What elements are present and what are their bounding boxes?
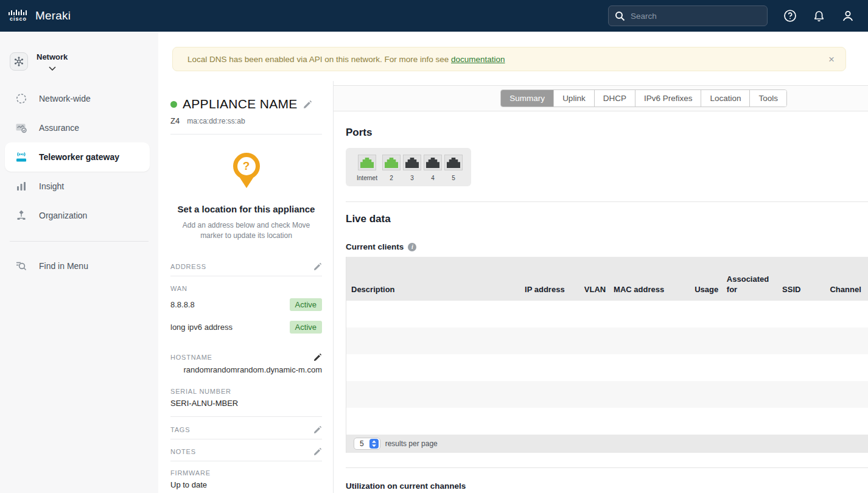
appliance-model: Z4 (170, 116, 180, 125)
find-in-menu-icon (15, 260, 28, 272)
sidebar-item-insight[interactable]: Insight (0, 172, 158, 201)
column-header[interactable]: MAC address (609, 257, 690, 301)
current-clients-label: Current clients (346, 242, 404, 251)
sidebar-item-organization[interactable]: Organization (0, 201, 158, 230)
help-icon[interactable] (783, 9, 797, 23)
edit-notes-pencil-icon[interactable] (313, 447, 322, 456)
wan-ip: 8.8.8.8 (170, 300, 195, 309)
cisco-logo-icon: cisco (9, 10, 28, 22)
table-row (346, 354, 868, 381)
sidebar-item-teleworker-gateway[interactable]: Teleworker gateway (5, 142, 150, 172)
current-clients-table: Description IP address VLAN MAC address … (346, 257, 868, 453)
sidebar-item-label: Assurance (39, 123, 79, 133)
sidebar-divider (10, 241, 149, 242)
notifications-bell-icon[interactable] (813, 9, 825, 23)
ethernet-port-icon (405, 158, 419, 168)
location-pin-question-icon: ? (233, 153, 260, 188)
network-selector-label: Network (37, 52, 68, 61)
sidebar-item-label: Teleworker gateway (39, 152, 119, 162)
edit-hostname-pencil-icon[interactable] (313, 353, 322, 362)
sidebar-item-label: Organization (39, 211, 87, 220)
global-search[interactable] (608, 5, 768, 26)
banner-message: Local DNS has been enabled via API on th… (187, 55, 451, 64)
brand: cisco Meraki (0, 9, 71, 23)
port-4[interactable]: 4 (423, 155, 443, 181)
assurance-icon (15, 122, 28, 134)
banner-close-icon[interactable]: × (828, 54, 835, 65)
notes-label: NOTES (170, 448, 196, 455)
wan-row: long ipv6 address Active (170, 321, 322, 334)
column-header[interactable]: Channel (825, 257, 866, 301)
column-header[interactable]: IP address (520, 257, 579, 301)
ethernet-port-icon (426, 158, 439, 168)
appliance-mac: ma:ca:dd:re:ss:ab (187, 117, 245, 125)
firmware-label: FIRMWARE (170, 469, 322, 477)
wan-row: 8.8.8.8 Active (170, 298, 322, 311)
tab-tools[interactable]: Tools (749, 90, 786, 107)
tab-location[interactable]: Location (701, 90, 749, 107)
set-location-title: Set a location for this appliance (170, 204, 322, 214)
port-3[interactable]: 3 (402, 155, 422, 181)
cisco-wordmark: cisco (10, 16, 27, 22)
set-location-hint: Add an address below and check Move mark… (177, 220, 317, 242)
port-internet[interactable]: Internet (354, 155, 380, 181)
hostname-label: HOSTNAME (170, 354, 212, 361)
table-row (346, 408, 868, 435)
edit-name-pencil-icon[interactable] (303, 100, 312, 109)
column-header[interactable]: Usage (690, 257, 722, 301)
tab-summary[interactable]: Summary (501, 90, 553, 107)
local-dns-banner: Local DNS has been enabled via API on th… (172, 47, 846, 71)
wan-ip: long ipv6 address (170, 323, 233, 332)
ports-heading: Ports (346, 127, 868, 139)
ethernet-port-icon (360, 158, 374, 168)
tab-ipv6-prefixes[interactable]: IPv6 Prefixes (635, 90, 701, 107)
column-header[interactable]: SSID (777, 257, 825, 301)
tab-bar: Summary Uplink DHCP IPv6 Prefixes Locati… (334, 85, 868, 111)
chevron-down-icon[interactable] (49, 66, 56, 71)
find-in-menu-label: Find in Menu (39, 261, 88, 271)
utilization-section: Utilization on current channels 802.11 T… (346, 467, 868, 491)
sidebar-item-network-wide[interactable]: Network-wide (0, 84, 158, 113)
edit-tags-pencil-icon[interactable] (313, 425, 322, 434)
utilization-heading: Utilization on current channels (346, 481, 868, 491)
address-label: ADDRESS (170, 263, 206, 270)
tab-uplink[interactable]: Uplink (553, 90, 594, 107)
tags-label: TAGS (170, 426, 190, 433)
table-header-row: Description IP address VLAN MAC address … (346, 257, 868, 301)
column-header[interactable]: Current channel width (866, 257, 868, 301)
find-in-menu[interactable]: Find in Menu (0, 251, 158, 281)
ports-panel: Internet 2 3 4 (346, 148, 471, 186)
appliance-panel: APPLIANCE NAME Z4 ma:ca:dd:re:ss:ab ? Se… (158, 81, 334, 493)
tab-dhcp[interactable]: DHCP (594, 90, 635, 107)
documentation-link[interactable]: documentation (451, 55, 505, 64)
column-header[interactable]: Associated for (722, 257, 777, 301)
table-footer: 5 (346, 435, 868, 453)
network-selector[interactable]: Network (0, 32, 158, 71)
results-per-page-select[interactable]: 5 (354, 438, 380, 450)
ethernet-port-icon (447, 158, 460, 168)
hostname-value: randomrandomrandom.dynamic-m.com (170, 365, 322, 374)
wan-status-badge: Active (290, 321, 322, 334)
sidebar-item-assurance[interactable]: Assurance (0, 113, 158, 142)
appliance-name: APPLIANCE NAME (183, 97, 298, 111)
live-data-heading: Live data (346, 213, 868, 225)
appliance-status-dot (170, 101, 177, 108)
search-input[interactable] (631, 12, 761, 21)
port-2[interactable]: 2 (382, 155, 401, 181)
serial-value: SERI-ALNU-MBER (170, 399, 322, 408)
table-row (346, 381, 868, 408)
network-wide-icon (15, 93, 28, 105)
column-header[interactable]: Description (346, 257, 520, 301)
account-icon[interactable] (841, 9, 855, 23)
wan-status-badge: Active (290, 298, 322, 311)
insight-bars-icon (15, 181, 28, 192)
sidebar-item-label: Insight (39, 181, 64, 191)
edit-address-pencil-icon[interactable] (313, 262, 322, 271)
port-5[interactable]: 5 (444, 155, 463, 181)
organization-icon (15, 210, 28, 221)
top-navbar: cisco Meraki (0, 0, 868, 32)
stepper-icon (369, 439, 379, 449)
sidebar-item-label: Network-wide (39, 94, 91, 103)
column-header[interactable]: VLAN (579, 257, 609, 301)
info-icon[interactable]: i (408, 243, 416, 251)
